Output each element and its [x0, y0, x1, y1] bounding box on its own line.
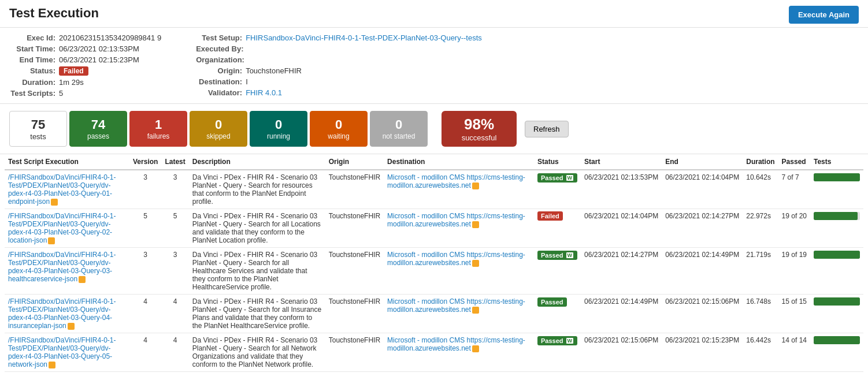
stat-not-started-number: 0: [395, 117, 402, 132]
meta-left: Exec Id: 20210623151353420989841 9 Start…: [9, 33, 161, 98]
dest-copy-icon[interactable]: [472, 345, 479, 352]
tests-cell: [810, 295, 863, 333]
destination-link[interactable]: Microsoft - modillon CMS https://cms-tes…: [387, 251, 525, 267]
w-badge: W: [566, 252, 574, 259]
duration-cell: 16.442s: [743, 333, 778, 372]
tests-cell: [810, 209, 863, 248]
exec-id-label: Exec Id:: [9, 33, 55, 42]
start-time-value: 06/23/2021 02:13:53PM: [59, 44, 139, 53]
duration-cell: 10.642s: [743, 170, 778, 209]
status-badge: Failed: [537, 211, 563, 221]
end-time-label: End Time:: [9, 55, 55, 64]
dest-copy-icon[interactable]: [472, 307, 479, 314]
origin-label: Origin:: [196, 66, 242, 75]
status-badge: PassedW: [537, 173, 577, 183]
copy-icon[interactable]: [51, 199, 58, 206]
page-title: Test Execution: [9, 6, 99, 21]
copy-icon[interactable]: [49, 362, 55, 368]
th-tests: Tests: [810, 154, 863, 170]
exec-id-value: 20210623151353420989841 9: [59, 33, 161, 42]
destination-cell: Microsoft - modillon CMS https://cms-tes…: [384, 209, 534, 248]
table-header-row: Test Script Execution Version Latest Des…: [5, 154, 863, 170]
destination-row: Destination: I: [196, 77, 482, 86]
copy-icon[interactable]: [48, 237, 55, 244]
start-cell: 06/23/2021 02:14:49PM: [581, 295, 662, 333]
th-script: Test Script Execution: [5, 154, 129, 170]
stat-waiting-label: waiting: [328, 132, 349, 140]
version-cell: 4: [129, 295, 161, 333]
script-link[interactable]: /FHIRSandbox/DaVinci/FHIR4-0-1-Test/PDEX…: [8, 251, 116, 283]
passed-cell: 15 of 15: [778, 295, 810, 333]
destination-link[interactable]: Microsoft - modillon CMS https://cms-tes…: [387, 297, 525, 314]
page-header: Test Execution Execute Again: [0, 0, 868, 28]
copy-icon[interactable]: [79, 276, 86, 283]
status-badge: Failed: [59, 66, 88, 76]
destination-cell: Microsoft - modillon CMS https://cms-tes…: [384, 248, 534, 295]
status-cell: Passed: [534, 295, 581, 333]
organization-row: Organization:: [196, 55, 482, 64]
destination-value: I: [246, 77, 248, 86]
table-row: /FHIRSandbox/DaVinci/FHIR4-0-1-Test/PDEX…: [5, 248, 863, 295]
script-link[interactable]: /FHIRSandbox/DaVinci/FHIR4-0-1-Test/PDEX…: [8, 297, 116, 330]
script-link[interactable]: /FHIRSandbox/DaVinci/FHIR4-0-1-Test/PDEX…: [8, 212, 116, 244]
status-cell: PassedW: [534, 333, 581, 372]
table-row: /FHIRSandbox/DaVinci/FHIR4-0-1-Test/PDEX…: [5, 209, 863, 248]
refresh-button[interactable]: Refresh: [525, 121, 569, 137]
version-cell: 3: [129, 248, 161, 295]
passed-cell: 19 of 19: [778, 248, 810, 295]
table-row: /FHIRSandbox/DaVinci/FHIR4-0-1-Test/PDEX…: [5, 333, 863, 372]
stat-passes-number: 74: [91, 117, 105, 132]
script-link[interactable]: /FHIRSandbox/DaVinci/FHIR4-0-1-Test/PDEX…: [8, 336, 116, 368]
execute-again-button[interactable]: Execute Again: [789, 6, 859, 24]
destination-link[interactable]: Microsoft - modillon CMS https://cms-tes…: [387, 173, 525, 189]
script-link[interactable]: /FHIRSandbox/DaVinci/FHIR4-0-1-Test/PDEX…: [8, 173, 116, 206]
test-setup-link[interactable]: FHIRSandbox-DaVinci-FHIR4-0-1-Test-PDEX-…: [246, 33, 482, 42]
destination-link[interactable]: Microsoft - modillon CMS https://cms-tes…: [387, 212, 525, 228]
stat-not-started-label: not started: [383, 132, 416, 140]
destination-label: Destination:: [196, 77, 242, 86]
meta-section: Exec Id: 20210623151353420989841 9 Start…: [0, 28, 868, 104]
exec-id-row: Exec Id: 20210623151353420989841 9: [9, 33, 161, 42]
destination-link[interactable]: Microsoft - modillon CMS https://cms-tes…: [387, 336, 525, 352]
validator-link[interactable]: FHIR 4.0.1: [246, 88, 282, 97]
stat-total-number: 75: [31, 117, 45, 132]
stat-failures-label: failures: [147, 132, 170, 140]
progress-bar-container: [814, 212, 860, 220]
tests-cell: [810, 248, 863, 295]
dest-copy-icon[interactable]: [472, 183, 479, 189]
start-time-label: Start Time:: [9, 44, 55, 53]
th-latest: Latest: [161, 154, 188, 170]
table-row: /FHIRSandbox/DaVinci/FHIR4-0-1-Test/PDEX…: [5, 170, 863, 209]
stat-total: 75 tests: [9, 111, 67, 147]
origin-cell: TouchstoneFHIR: [325, 248, 384, 295]
status-badge: Passed: [537, 297, 567, 307]
tests-cell: [810, 333, 863, 372]
end-cell: 06/23/2021 02:15:23PM: [662, 333, 743, 372]
latest-cell: 3: [161, 170, 188, 209]
stat-passes: 74 passes: [69, 111, 127, 147]
description-cell: Da Vinci - PDex - FHIR R4 - Scenario 03 …: [189, 333, 325, 372]
end-time-row: End Time: 06/23/2021 02:15:23PM: [9, 55, 161, 64]
th-status: Status: [534, 154, 581, 170]
version-cell: 3: [129, 170, 161, 209]
destination-cell: Microsoft - modillon CMS https://cms-tes…: [384, 333, 534, 372]
origin-value: TouchstoneFHIR: [246, 66, 302, 75]
th-destination: Destination: [384, 154, 534, 170]
start-cell: 06/23/2021 02:15:06PM: [581, 333, 662, 372]
description-cell: Da Vinci - PDex - FHIR R4 - Scenario 03 …: [189, 248, 325, 295]
test-setup-label: Test Setup:: [196, 33, 242, 42]
th-end: End: [662, 154, 743, 170]
dest-copy-icon[interactable]: [472, 260, 479, 267]
status-cell: Failed: [534, 209, 581, 248]
tests-cell: [810, 170, 863, 209]
progress-bar-fill: [814, 212, 858, 220]
latest-cell: 5: [161, 209, 188, 248]
end-time-value: 06/23/2021 02:15:23PM: [59, 55, 139, 64]
progress-bar-fill: [814, 297, 860, 306]
passed-cell: 14 of 14: [778, 333, 810, 372]
dest-copy-icon[interactable]: [472, 221, 479, 228]
stat-failures: 1 failures: [129, 111, 187, 147]
duration-cell: 22.972s: [743, 209, 778, 248]
copy-icon[interactable]: [68, 323, 75, 330]
stat-running-number: 0: [275, 117, 282, 132]
